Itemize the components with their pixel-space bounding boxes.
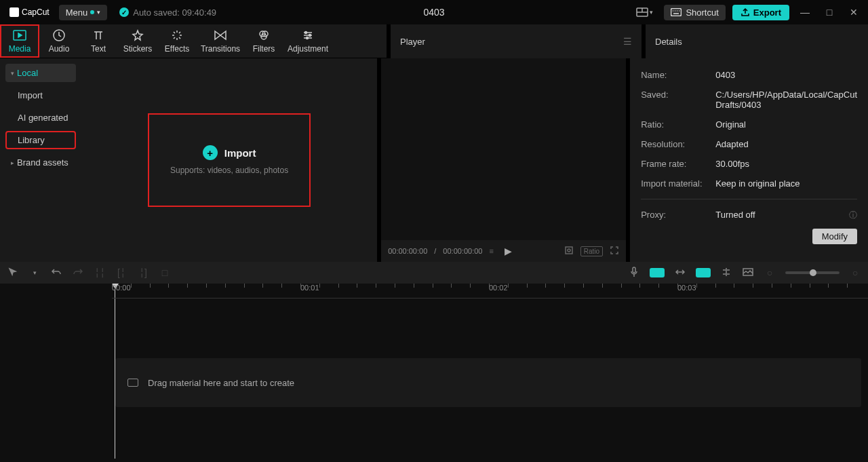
ratio-button[interactable]: Ratio <box>580 246 603 256</box>
timeline-drop-area[interactable]: Drag material here and start to create <box>115 358 861 407</box>
tab-text[interactable]: Text <box>79 24 118 58</box>
menu-label: Menu <box>66 7 88 18</box>
chevron-down-icon: ▾ <box>97 9 100 16</box>
sidebar-item-ai-generated[interactable]: AI generated <box>5 109 76 127</box>
import-dropzone[interactable]: + Import Supports: videos, audios, photo… <box>148 113 311 207</box>
text-icon <box>92 28 105 42</box>
import-title: Import <box>224 147 256 159</box>
player-header: Player ☰ <box>391 24 642 58</box>
tab-label: Stickers <box>123 44 153 54</box>
import-subtitle: Supports: videos, audios, photos <box>170 166 288 175</box>
zoom-in-button[interactable]: ○ <box>849 267 861 278</box>
player-time-total: 00:00:00:00 <box>443 247 482 255</box>
project-title: 0403 <box>423 7 444 18</box>
layout-icon <box>636 7 648 17</box>
detail-row-resolution: Resolution: Adapted <box>641 134 857 154</box>
play-button[interactable]: ▶ <box>505 246 512 256</box>
tab-label: Audio <box>49 44 70 54</box>
pointer-tool[interactable] <box>7 267 19 279</box>
detail-label: Resolution: <box>641 139 715 149</box>
sidebar-item-label: Local <box>17 68 38 78</box>
detail-label: Name: <box>641 70 715 80</box>
trim-right-button[interactable]: ╎] <box>137 267 149 278</box>
details-header: Details <box>646 24 868 58</box>
zoom-slider[interactable] <box>785 271 840 274</box>
chevron-down-icon: ▾ <box>650 9 653 16</box>
delete-button[interactable]: □ <box>159 267 171 278</box>
keyboard-icon <box>671 8 682 16</box>
app-logo: CapCut <box>5 7 54 17</box>
detail-value: C:/Users/HP/AppData/Local/CapCut Drafts/… <box>715 90 857 110</box>
chevron-down-icon: ▾ <box>11 70 14 77</box>
fullscreen-icon[interactable] <box>610 246 619 256</box>
player-controls: 00:00:00:00 / 00:00:00:00 ≡ ▶ Ratio <box>381 240 626 262</box>
player-menu-button[interactable]: ☰ <box>623 36 632 47</box>
split-button[interactable]: ╎╎ <box>94 267 106 278</box>
player-options-icon[interactable]: ≡ <box>489 247 493 255</box>
redo-button[interactable] <box>72 267 84 279</box>
ruler-tick: 00:01 <box>300 284 319 292</box>
menu-button[interactable]: Menu ▾ <box>59 5 108 20</box>
modify-button[interactable]: Modify <box>812 229 857 244</box>
shortcut-button[interactable]: Shortcut <box>664 5 725 20</box>
maximize-button[interactable]: □ <box>821 7 838 18</box>
detail-row-proxy: Proxy: Turned off ⓘ <box>641 205 857 226</box>
export-label: Export <box>753 7 781 18</box>
crop-icon[interactable] <box>564 246 574 256</box>
tab-adjustment[interactable]: Adjustment <box>283 24 332 58</box>
player-canvas[interactable] <box>381 58 626 240</box>
tab-label: Media <box>9 44 31 54</box>
mic-button[interactable] <box>628 267 640 280</box>
detail-label: Ratio: <box>641 119 715 130</box>
stickers-icon <box>131 28 144 42</box>
svg-point-14 <box>305 32 307 34</box>
separator: / <box>434 247 436 255</box>
detail-value: 30.00fps <box>715 159 857 169</box>
tab-effects[interactable]: Effects <box>157 24 197 58</box>
sidebar-item-brand-assets[interactable]: ▸ Brand assets <box>5 153 76 172</box>
detail-label: Frame rate: <box>641 159 715 169</box>
timeline-toolbar: ▾ ╎╎ [╎ ╎] □ ○ ○ <box>0 262 868 284</box>
zoom-out-button[interactable]: ○ <box>764 267 776 278</box>
sidebar-item-label: AI generated <box>18 113 68 123</box>
tab-label: Effects <box>165 44 189 54</box>
details-panel: Name: 0403 Saved: C:/Users/HP/AppData/Lo… <box>630 58 868 262</box>
cover-button[interactable] <box>742 267 754 278</box>
shortcut-label: Shortcut <box>686 7 718 18</box>
player-time-current: 00:00:00:00 <box>388 247 427 255</box>
export-button[interactable]: Export <box>732 5 789 20</box>
trim-left-button[interactable]: [╎ <box>115 267 127 278</box>
autosave-status: ✓ Auto saved: 09:40:49 <box>119 7 216 18</box>
preview-toggle-on[interactable] <box>696 268 711 277</box>
details-title: Details <box>655 37 682 47</box>
sidebar-item-label: Import <box>18 90 43 100</box>
timeline[interactable]: 00:00 00:01 00:02 00:03 Drag material he… <box>0 284 868 462</box>
chevron-down-icon[interactable]: ▾ <box>28 269 41 276</box>
undo-button[interactable] <box>50 267 62 279</box>
player-title: Player <box>400 37 425 47</box>
chevron-right-icon: ▸ <box>11 159 14 166</box>
info-icon[interactable]: ⓘ <box>849 210 857 221</box>
magnet-toggle-on[interactable] <box>650 268 665 277</box>
layout-button[interactable]: ▾ <box>632 5 657 20</box>
tab-stickers[interactable]: Stickers <box>118 24 157 58</box>
svg-rect-17 <box>566 247 572 254</box>
link-toggle[interactable] <box>674 267 686 279</box>
svg-point-15 <box>309 35 311 37</box>
sidebar-item-library[interactable]: Library <box>5 131 76 149</box>
tab-filters[interactable]: Filters <box>244 24 283 58</box>
tab-transitions[interactable]: Transitions <box>197 24 244 58</box>
close-button[interactable]: ✕ <box>845 7 863 18</box>
timeline-ruler[interactable]: 00:00 00:01 00:02 00:03 <box>112 284 868 299</box>
tab-audio[interactable]: Audio <box>39 24 79 58</box>
ruler-tick: 00:03 <box>677 284 696 292</box>
category-tabs: Media Audio Text Stickers Effects Transi… <box>0 24 387 58</box>
minimize-button[interactable]: — <box>796 7 814 18</box>
sidebar-item-import[interactable]: Import <box>5 86 76 104</box>
align-button[interactable] <box>720 267 732 279</box>
app-name: CapCut <box>22 7 50 17</box>
effects-icon <box>170 28 184 42</box>
detail-row-framerate: Frame rate: 30.00fps <box>641 154 857 174</box>
tab-media[interactable]: Media <box>0 24 39 58</box>
sidebar-item-local[interactable]: ▾ Local <box>5 64 76 82</box>
